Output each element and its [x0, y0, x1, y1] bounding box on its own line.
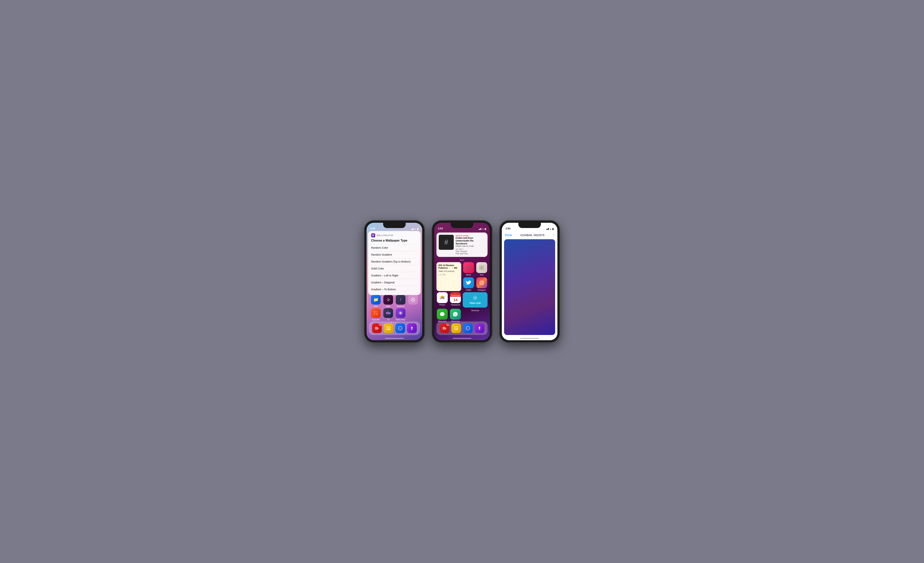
soor-widget[interactable]: # NOW PLAYING Codes and Keys Underneath …	[436, 232, 488, 257]
svg-text:♪: ♪	[481, 266, 483, 270]
dock2-notes-icon	[451, 323, 461, 333]
whatsapp-icon	[450, 309, 461, 320]
app-slack[interactable]: Slack	[382, 295, 394, 307]
dock2-shortcuts[interactable]	[474, 323, 485, 333]
twitter-label: Twitter	[466, 289, 471, 291]
dock-shortcuts[interactable]	[406, 323, 417, 333]
app-messages[interactable]: Messages	[436, 309, 448, 322]
fantastical-dot: Fantastical	[451, 295, 460, 296]
wifi-icon-2: ▲	[482, 228, 484, 230]
dock2-notes[interactable]	[450, 323, 462, 333]
done-button[interactable]: Done	[505, 234, 512, 237]
fantastical-date: 14	[453, 298, 458, 302]
svg-point-27	[483, 282, 483, 282]
svg-rect-15	[387, 326, 390, 330]
signal-icon-1	[411, 228, 414, 230]
dock2-safari[interactable]	[462, 323, 474, 333]
app-pockity[interactable]	[407, 295, 418, 307]
menu-item-4[interactable]: Gradient – Left to Right	[371, 272, 418, 279]
safari-icon	[395, 323, 405, 333]
svg-rect-9	[376, 313, 378, 315]
notch-2	[451, 223, 473, 228]
slack-icon	[383, 295, 393, 305]
home-indicator-2	[453, 338, 471, 339]
app-anybuffer[interactable]: Anybuffer	[370, 308, 381, 321]
app-files[interactable]: 📁 Files	[370, 295, 381, 307]
app-empty	[407, 308, 418, 321]
wallcreator-small-icon	[396, 308, 405, 318]
pockity-icon	[408, 295, 418, 305]
notes-widget-time: 1:17 PM	[438, 274, 459, 276]
dock-todoist[interactable]: 12	[371, 323, 382, 333]
signal-icon-2	[478, 228, 482, 230]
up-next-label: UP NEXT	[456, 248, 485, 250]
music-icon: 🎵	[463, 262, 474, 273]
menu-item-2[interactable]: Random Gradient (Top to Bottom)	[371, 258, 418, 265]
phone-3-screen: 2:54 ▲ ▓ Done #234BA8, #602979 ↑	[502, 223, 557, 340]
wifi-icon-3: ▲	[550, 228, 552, 230]
anybuffer-icon	[371, 308, 381, 318]
app-wallcreator[interactable]: WallCreator	[395, 308, 406, 321]
dock2-todoist[interactable]: 12	[439, 323, 450, 333]
svg-rect-12	[389, 312, 390, 314]
empty-slot	[408, 308, 418, 318]
next-track-1: Tiny Vessels	[456, 250, 485, 252]
messages-icon	[437, 309, 448, 320]
wc-title: Choose a Wallpaper Type	[371, 239, 418, 242]
todoist-badge: 12	[379, 323, 382, 326]
svg-point-28	[441, 297, 443, 299]
share-button[interactable]: ↑	[553, 233, 554, 237]
notes-widget-container[interactable]: iOS 14 Review: Federico ← → BK Table of …	[436, 262, 461, 291]
wc-app-name: WALLCREATOR	[377, 234, 393, 237]
wallcreator-label: WallCreator	[396, 319, 405, 321]
todoist-icon: 12	[372, 323, 382, 333]
soor-track: Codes and Keys	[456, 237, 485, 239]
notes-widget-body: Table of Contents:	[438, 270, 459, 272]
soor-widget-label: Soor	[436, 259, 488, 261]
now-playing-label: NOW PLAYING	[456, 235, 485, 237]
app-fantastical[interactable]: • Fantastical 14 Fantastical	[450, 292, 461, 308]
app-whatsapp[interactable]: WhatsApp	[450, 309, 461, 322]
app-photos[interactable]: Photos	[436, 292, 448, 308]
app-instagram[interactable]: Instagram	[476, 277, 488, 291]
svg-point-1	[388, 299, 390, 300]
battery-icon-3: ▓	[552, 228, 554, 230]
phone3-header: Done #234BA8, #602979 ↑	[502, 231, 557, 239]
dock-safari[interactable]	[394, 323, 406, 333]
menu-item-5[interactable]: Gradient – Diagonal	[371, 279, 418, 286]
shortcuts-widget[interactable]: ⦿ View Link	[463, 292, 488, 308]
menu-item-1[interactable]: Random Gradient	[371, 251, 418, 258]
dock2-todoist-badge: 12	[446, 323, 449, 326]
app-soor[interactable]: ♪ Soor	[476, 262, 488, 276]
slack-label: Slack	[386, 305, 390, 307]
menu-item-6[interactable]: Gradient – To Bottom	[371, 286, 418, 293]
notch-3	[518, 223, 541, 228]
svg-point-14	[400, 312, 402, 314]
app-music[interactable]: 🎵 Music	[463, 262, 474, 276]
status-icons-1: ▲ ▓	[411, 228, 418, 230]
svg-rect-11	[388, 311, 389, 314]
fantastical-label: Fantastical	[451, 304, 460, 306]
notes-widget-title: iOS 14 Review: Federico ← → BK	[438, 264, 459, 269]
shortcuts-purple-icon	[407, 323, 417, 333]
dock2-todoist-icon: 12	[440, 323, 449, 333]
svg-rect-6	[374, 311, 375, 313]
soor-info: NOW PLAYING Codes and Keys Underneath th…	[456, 235, 485, 255]
menu-item-3[interactable]: Solid Color	[371, 265, 418, 272]
app-tot[interactable]: Tot	[382, 308, 394, 321]
app-row-2: Anybuffer Tot Wa	[370, 308, 419, 321]
fantastical-icon: • Fantastical 14	[450, 292, 461, 303]
notes-widget: iOS 14 Review: Federico ← → BK Table of …	[436, 262, 461, 291]
phone-1-screen: 2:53 ▲ ▓ W WALLCREATOR Choose a Wallpape…	[367, 223, 422, 340]
shortcuts-widget-label: View Link	[470, 302, 481, 304]
menu-item-0[interactable]: Random Color	[371, 244, 418, 251]
files-label: Files	[374, 305, 378, 307]
status-time-2: 2:53	[438, 227, 443, 230]
music-label: Music	[466, 274, 471, 276]
app-shortcuts-dark[interactable]: Shortcuts	[395, 295, 406, 307]
dock-notes[interactable]	[383, 323, 394, 333]
phone1-apps: 📁 Files Slack Shortcuts	[367, 295, 422, 322]
instagram-icon	[476, 277, 487, 288]
app-twitter[interactable]: Twitter	[463, 277, 474, 291]
photos-label: Photos	[439, 304, 445, 306]
